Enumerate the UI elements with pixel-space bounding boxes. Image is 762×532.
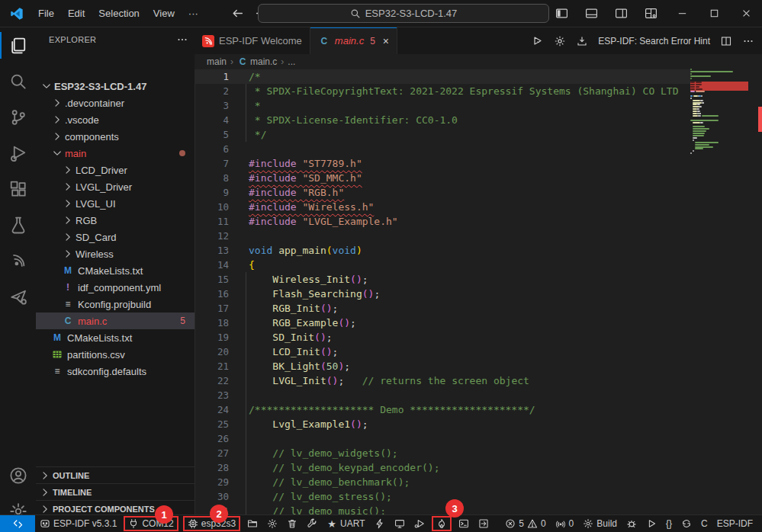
search-icon	[9, 72, 27, 91]
tree-item-idf-component-yml[interactable]: !idf_component.yml	[36, 279, 195, 296]
toggle-primary-sidebar-icon[interactable]	[555, 7, 568, 20]
status-cmake-build[interactable]: Build	[578, 515, 622, 532]
line-number: 29	[195, 475, 242, 489]
code-editor[interactable]: 1/*2 * SPDX-FileCopyrightText: 2021-2022…	[195, 69, 690, 515]
close-button[interactable]	[730, 0, 762, 27]
code-text: // lv_demo_keypad_encoder();	[242, 460, 439, 475]
run-dropdown-icon[interactable]	[532, 35, 544, 47]
arrow-back-icon[interactable]	[231, 7, 244, 20]
menu-edit[interactable]: Edit	[61, 5, 92, 23]
tree-item-cmakelists-txt[interactable]: MCMakeLists.txt	[36, 262, 195, 279]
minimap[interactable]	[690, 67, 751, 515]
status-execute-custom-task[interactable]	[474, 515, 494, 532]
tree-item-rgb[interactable]: RGB	[36, 212, 195, 229]
activity-explorer[interactable]	[0, 27, 36, 63]
section-timeline[interactable]: TIMELINE	[36, 483, 195, 501]
vscode-logo-icon	[10, 7, 24, 21]
tree-item-kconfig-projbuild[interactable]: ≡Kconfig.projbuild	[36, 296, 195, 312]
tree-item-lvgl-driver[interactable]: LVGL_Driver	[36, 178, 195, 195]
breadcrumb[interactable]: main›Cmain.c›...	[195, 54, 690, 69]
line-number: 7	[195, 156, 242, 171]
menu-more[interactable]: ···	[182, 5, 205, 23]
command-center-search[interactable]: ESP32-S3-LCD-1.47	[258, 4, 549, 23]
line-number: 3	[195, 98, 242, 113]
status-cmake-debug[interactable]	[622, 515, 641, 532]
section-outline[interactable]: OUTLINE	[36, 466, 195, 484]
breadcrumb-item[interactable]: main.c	[250, 56, 277, 67]
status-language-braces[interactable]: {}	[661, 515, 677, 532]
gear-icon[interactable]	[554, 35, 566, 47]
activity-accounts[interactable]	[0, 457, 36, 493]
breadcrumb-item[interactable]: ...	[288, 56, 295, 67]
status-idf-terminal[interactable]	[454, 515, 474, 532]
tree-item-main[interactable]: main	[36, 145, 195, 162]
more-actions-icon[interactable]	[742, 35, 754, 47]
status-sync-status[interactable]	[677, 515, 696, 532]
status-cmake-launch[interactable]	[641, 515, 661, 532]
breadcrumb-item[interactable]: main	[207, 56, 227, 67]
remote-icon	[12, 518, 24, 530]
customize-layout-icon[interactable]	[645, 7, 658, 20]
status-monitor-device[interactable]	[390, 515, 410, 532]
activity-run-and-debug[interactable]	[0, 135, 36, 171]
code-line-13: 13void app_main(void)	[195, 243, 690, 258]
line-number: 16	[195, 287, 242, 301]
status-bar: ESP-IDF v5.3.1COM12esp32s3★UART 500Build…	[0, 514, 762, 532]
activity-esp-component-registry[interactable]	[0, 278, 36, 314]
code-line-26: 26	[195, 431, 690, 446]
line-number: 8	[195, 171, 242, 185]
status-esp-idf-extension[interactable]: ESP-IDF	[712, 515, 757, 532]
activity-espressif-idf[interactable]	[0, 242, 36, 278]
tree-item-main-c[interactable]: Cmain.c5	[36, 312, 195, 329]
tree-item-esp32-s3-lcd-1-47[interactable]: ESP32-S3-LCD-1.47	[36, 78, 195, 95]
menu-selection[interactable]: Selection	[92, 5, 146, 23]
code-line-18: 18 RGB_Example();	[195, 316, 690, 330]
activity-source-control[interactable]	[0, 99, 36, 135]
status-open-folder[interactable]	[243, 515, 262, 532]
tree-item-sdkconfig-defaults[interactable]: ≡sdkconfig.defaults	[36, 363, 195, 380]
status-sdk-configuration[interactable]	[262, 515, 282, 532]
toggle-secondary-sidebar-icon[interactable]	[615, 7, 628, 20]
sync-icon	[681, 518, 692, 529]
code-text: #include "LVGL_Example.h"	[242, 214, 398, 229]
tree-item-cmakelists-txt[interactable]: MCMakeLists.txt	[36, 329, 195, 346]
tree-item--vscode[interactable]: .vscode	[36, 111, 195, 128]
menu-view[interactable]: View	[146, 5, 182, 23]
close-tab-icon[interactable]: ×	[383, 35, 389, 47]
tree-item-label: SD_Card	[76, 232, 195, 243]
toggle-panel-icon[interactable]	[585, 7, 598, 20]
status-debug-device[interactable]	[410, 515, 429, 532]
code-text: /******************** Demo *************…	[242, 402, 535, 417]
tab-esp-idf-welcome[interactable]: ESP-IDF Welcome	[195, 27, 310, 54]
menu-file[interactable]: File	[31, 5, 61, 23]
tree-item-lvgl-ui[interactable]: LVGL_UI	[36, 195, 195, 212]
tree-item-sd-card[interactable]: SD_Card	[36, 229, 195, 245]
code-line-1: 1/*	[195, 69, 690, 84]
activity-testing[interactable]	[0, 207, 36, 242]
more-actions-icon[interactable]	[176, 34, 188, 46]
status-build-flash-monitor[interactable]	[432, 516, 452, 531]
status-esp-idf-version[interactable]: ESP-IDF v5.3.1	[35, 515, 121, 532]
activity-extensions[interactable]	[0, 171, 36, 207]
tree-item-wireless[interactable]: Wireless	[36, 245, 195, 262]
tree-item-components[interactable]: components	[36, 128, 195, 145]
split-editor-icon[interactable]	[720, 35, 732, 47]
tree-item-partitions-csv[interactable]: partitions.csv	[36, 346, 195, 363]
status-language-mode[interactable]: C	[696, 515, 712, 532]
status-flash-method[interactable]: ★UART	[322, 515, 369, 532]
minimize-button[interactable]	[666, 0, 698, 27]
status-build-project[interactable]	[302, 515, 322, 532]
status-full-clean[interactable]	[282, 515, 302, 532]
maximize-button[interactable]	[698, 0, 730, 27]
esp-idf-hint-button[interactable]: ESP-IDF: Search Error Hint	[598, 36, 710, 46]
tab-main-c[interactable]: Cmain.c5×	[310, 27, 397, 54]
code-line-25: 25 Lvgl_Example1();	[195, 417, 690, 431]
tree-item-lcd-driver[interactable]: LCD_Driver	[36, 162, 195, 178]
status-problems[interactable]: 50	[500, 515, 550, 532]
activity-search[interactable]	[0, 63, 36, 99]
status-ports-forwarded[interactable]: 0	[551, 515, 579, 532]
install-icon[interactable]	[576, 35, 588, 47]
remote-indicator[interactable]	[0, 515, 35, 532]
status-flash-device[interactable]	[370, 515, 390, 532]
tree-item--devcontainer[interactable]: .devcontainer	[36, 95, 195, 111]
